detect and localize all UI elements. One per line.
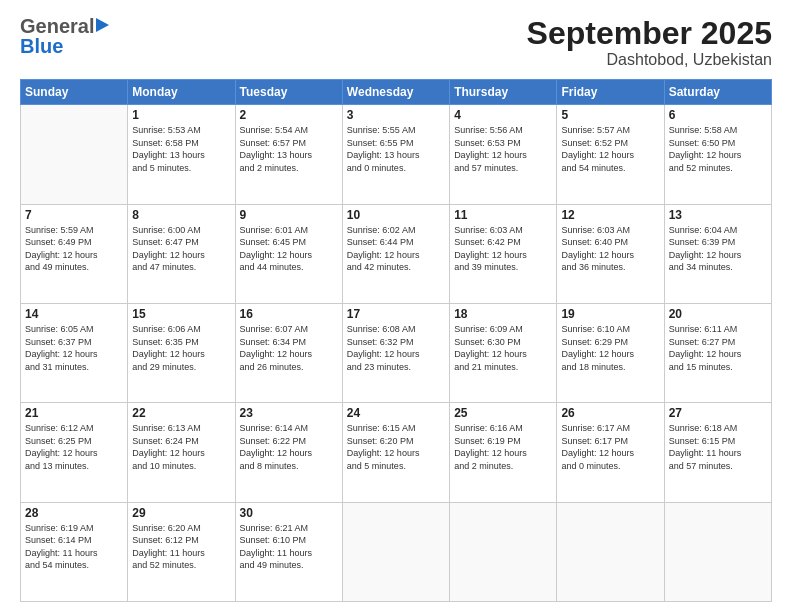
day-number: 15	[132, 307, 230, 321]
calendar-cell: 2Sunrise: 5:54 AM Sunset: 6:57 PM Daylig…	[235, 105, 342, 204]
day-info: Sunrise: 5:54 AM Sunset: 6:57 PM Dayligh…	[240, 124, 338, 174]
day-info: Sunrise: 6:09 AM Sunset: 6:30 PM Dayligh…	[454, 323, 552, 373]
header-friday: Friday	[557, 80, 664, 105]
arrow-icon	[96, 18, 109, 32]
day-number: 4	[454, 108, 552, 122]
header-wednesday: Wednesday	[342, 80, 449, 105]
calendar-cell: 29Sunrise: 6:20 AM Sunset: 6:12 PM Dayli…	[128, 502, 235, 601]
day-info: Sunrise: 6:14 AM Sunset: 6:22 PM Dayligh…	[240, 422, 338, 472]
calendar-cell: 25Sunrise: 6:16 AM Sunset: 6:19 PM Dayli…	[450, 403, 557, 502]
day-number: 19	[561, 307, 659, 321]
day-info: Sunrise: 6:04 AM Sunset: 6:39 PM Dayligh…	[669, 224, 767, 274]
day-info: Sunrise: 5:53 AM Sunset: 6:58 PM Dayligh…	[132, 124, 230, 174]
title-block: September 2025 Dashtobod, Uzbekistan	[527, 16, 772, 69]
day-info: Sunrise: 6:20 AM Sunset: 6:12 PM Dayligh…	[132, 522, 230, 572]
header-thursday: Thursday	[450, 80, 557, 105]
calendar-week-3: 14Sunrise: 6:05 AM Sunset: 6:37 PM Dayli…	[21, 303, 772, 402]
calendar-cell: 30Sunrise: 6:21 AM Sunset: 6:10 PM Dayli…	[235, 502, 342, 601]
day-number: 30	[240, 506, 338, 520]
day-info: Sunrise: 5:55 AM Sunset: 6:55 PM Dayligh…	[347, 124, 445, 174]
calendar-cell: 4Sunrise: 5:56 AM Sunset: 6:53 PM Daylig…	[450, 105, 557, 204]
day-info: Sunrise: 6:16 AM Sunset: 6:19 PM Dayligh…	[454, 422, 552, 472]
calendar-cell: 19Sunrise: 6:10 AM Sunset: 6:29 PM Dayli…	[557, 303, 664, 402]
calendar-cell: 13Sunrise: 6:04 AM Sunset: 6:39 PM Dayli…	[664, 204, 771, 303]
day-info: Sunrise: 6:12 AM Sunset: 6:25 PM Dayligh…	[25, 422, 123, 472]
day-number: 13	[669, 208, 767, 222]
page-title: September 2025	[527, 16, 772, 51]
calendar-cell	[342, 502, 449, 601]
day-number: 9	[240, 208, 338, 222]
day-number: 7	[25, 208, 123, 222]
calendar-week-1: 1Sunrise: 5:53 AM Sunset: 6:58 PM Daylig…	[21, 105, 772, 204]
day-info: Sunrise: 6:07 AM Sunset: 6:34 PM Dayligh…	[240, 323, 338, 373]
day-info: Sunrise: 6:13 AM Sunset: 6:24 PM Dayligh…	[132, 422, 230, 472]
day-number: 3	[347, 108, 445, 122]
day-info: Sunrise: 6:11 AM Sunset: 6:27 PM Dayligh…	[669, 323, 767, 373]
day-number: 22	[132, 406, 230, 420]
calendar: Sunday Monday Tuesday Wednesday Thursday…	[20, 79, 772, 602]
day-info: Sunrise: 6:08 AM Sunset: 6:32 PM Dayligh…	[347, 323, 445, 373]
day-number: 14	[25, 307, 123, 321]
calendar-cell: 6Sunrise: 5:58 AM Sunset: 6:50 PM Daylig…	[664, 105, 771, 204]
day-number: 17	[347, 307, 445, 321]
day-number: 10	[347, 208, 445, 222]
calendar-cell: 17Sunrise: 6:08 AM Sunset: 6:32 PM Dayli…	[342, 303, 449, 402]
calendar-cell	[557, 502, 664, 601]
day-number: 24	[347, 406, 445, 420]
calendar-cell: 23Sunrise: 6:14 AM Sunset: 6:22 PM Dayli…	[235, 403, 342, 502]
calendar-cell: 28Sunrise: 6:19 AM Sunset: 6:14 PM Dayli…	[21, 502, 128, 601]
calendar-cell: 27Sunrise: 6:18 AM Sunset: 6:15 PM Dayli…	[664, 403, 771, 502]
page: General Blue September 2025 Dashtobod, U…	[0, 0, 792, 612]
day-info: Sunrise: 6:05 AM Sunset: 6:37 PM Dayligh…	[25, 323, 123, 373]
logo-blue: Blue	[20, 36, 109, 56]
day-number: 20	[669, 307, 767, 321]
day-info: Sunrise: 5:58 AM Sunset: 6:50 PM Dayligh…	[669, 124, 767, 174]
day-number: 11	[454, 208, 552, 222]
day-info: Sunrise: 5:57 AM Sunset: 6:52 PM Dayligh…	[561, 124, 659, 174]
day-info: Sunrise: 6:17 AM Sunset: 6:17 PM Dayligh…	[561, 422, 659, 472]
day-info: Sunrise: 5:59 AM Sunset: 6:49 PM Dayligh…	[25, 224, 123, 274]
calendar-cell: 14Sunrise: 6:05 AM Sunset: 6:37 PM Dayli…	[21, 303, 128, 402]
day-info: Sunrise: 5:56 AM Sunset: 6:53 PM Dayligh…	[454, 124, 552, 174]
logo: General Blue	[20, 16, 109, 56]
calendar-cell: 9Sunrise: 6:01 AM Sunset: 6:45 PM Daylig…	[235, 204, 342, 303]
header-sunday: Sunday	[21, 80, 128, 105]
header-saturday: Saturday	[664, 80, 771, 105]
calendar-cell: 16Sunrise: 6:07 AM Sunset: 6:34 PM Dayli…	[235, 303, 342, 402]
calendar-week-5: 28Sunrise: 6:19 AM Sunset: 6:14 PM Dayli…	[21, 502, 772, 601]
day-number: 21	[25, 406, 123, 420]
day-info: Sunrise: 6:02 AM Sunset: 6:44 PM Dayligh…	[347, 224, 445, 274]
day-number: 27	[669, 406, 767, 420]
calendar-header-row: Sunday Monday Tuesday Wednesday Thursday…	[21, 80, 772, 105]
header-tuesday: Tuesday	[235, 80, 342, 105]
calendar-cell: 5Sunrise: 5:57 AM Sunset: 6:52 PM Daylig…	[557, 105, 664, 204]
calendar-cell: 1Sunrise: 5:53 AM Sunset: 6:58 PM Daylig…	[128, 105, 235, 204]
day-info: Sunrise: 6:19 AM Sunset: 6:14 PM Dayligh…	[25, 522, 123, 572]
calendar-cell: 10Sunrise: 6:02 AM Sunset: 6:44 PM Dayli…	[342, 204, 449, 303]
calendar-cell: 15Sunrise: 6:06 AM Sunset: 6:35 PM Dayli…	[128, 303, 235, 402]
calendar-week-2: 7Sunrise: 5:59 AM Sunset: 6:49 PM Daylig…	[21, 204, 772, 303]
day-info: Sunrise: 6:03 AM Sunset: 6:42 PM Dayligh…	[454, 224, 552, 274]
calendar-cell	[21, 105, 128, 204]
calendar-cell: 8Sunrise: 6:00 AM Sunset: 6:47 PM Daylig…	[128, 204, 235, 303]
day-number: 29	[132, 506, 230, 520]
day-number: 2	[240, 108, 338, 122]
calendar-week-4: 21Sunrise: 6:12 AM Sunset: 6:25 PM Dayli…	[21, 403, 772, 502]
day-number: 12	[561, 208, 659, 222]
day-number: 23	[240, 406, 338, 420]
day-info: Sunrise: 6:00 AM Sunset: 6:47 PM Dayligh…	[132, 224, 230, 274]
day-number: 25	[454, 406, 552, 420]
calendar-cell: 22Sunrise: 6:13 AM Sunset: 6:24 PM Dayli…	[128, 403, 235, 502]
day-number: 26	[561, 406, 659, 420]
day-info: Sunrise: 6:10 AM Sunset: 6:29 PM Dayligh…	[561, 323, 659, 373]
calendar-cell: 11Sunrise: 6:03 AM Sunset: 6:42 PM Dayli…	[450, 204, 557, 303]
calendar-cell: 7Sunrise: 5:59 AM Sunset: 6:49 PM Daylig…	[21, 204, 128, 303]
calendar-cell	[664, 502, 771, 601]
calendar-cell	[450, 502, 557, 601]
day-info: Sunrise: 6:03 AM Sunset: 6:40 PM Dayligh…	[561, 224, 659, 274]
day-info: Sunrise: 6:15 AM Sunset: 6:20 PM Dayligh…	[347, 422, 445, 472]
calendar-cell: 12Sunrise: 6:03 AM Sunset: 6:40 PM Dayli…	[557, 204, 664, 303]
day-number: 1	[132, 108, 230, 122]
day-info: Sunrise: 6:06 AM Sunset: 6:35 PM Dayligh…	[132, 323, 230, 373]
logo-general: General	[20, 16, 94, 36]
